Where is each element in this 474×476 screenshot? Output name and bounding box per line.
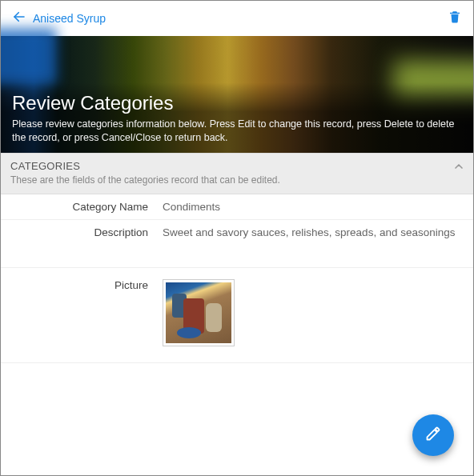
trash-icon	[448, 14, 462, 27]
field-label: Picture	[10, 279, 163, 346]
field-label: Description	[10, 226, 163, 261]
app-frame: Aniseed Syrup Review Categories Please r…	[0, 0, 474, 476]
section-header[interactable]: CATEGORIES These are the fields of the c…	[1, 153, 473, 194]
delete-button[interactable]	[448, 9, 462, 28]
field-row-picture: Picture	[1, 268, 473, 363]
top-bar: Aniseed Syrup	[1, 1, 473, 36]
back-button[interactable]: Aniseed Syrup	[12, 10, 106, 27]
arrow-left-icon	[12, 10, 26, 27]
field-label: Category Name	[10, 201, 163, 213]
field-row-description: Description Sweet and savory sauces, rel…	[1, 220, 473, 268]
section-title: CATEGORIES	[10, 160, 464, 172]
page-title: Review Categories	[12, 92, 462, 114]
back-label: Aniseed Syrup	[33, 12, 106, 25]
section-subtitle: These are the fields of the categories r…	[10, 174, 464, 186]
edit-fab-button[interactable]	[412, 414, 454, 456]
pencil-icon	[425, 426, 441, 445]
page-subtitle: Please review categories information bel…	[12, 118, 462, 145]
fields-panel: Category Name Condiments Description Swe…	[1, 194, 473, 363]
field-row-category-name: Category Name Condiments	[1, 194, 473, 220]
field-value: Condiments	[163, 201, 464, 213]
picture-image	[166, 282, 231, 343]
hero-banner: Review Categories Please review categori…	[1, 36, 473, 153]
field-value: Sweet and savory sauces, relishes, sprea…	[163, 226, 464, 261]
chevron-up-icon	[452, 160, 465, 176]
picture-thumbnail[interactable]	[163, 279, 235, 346]
